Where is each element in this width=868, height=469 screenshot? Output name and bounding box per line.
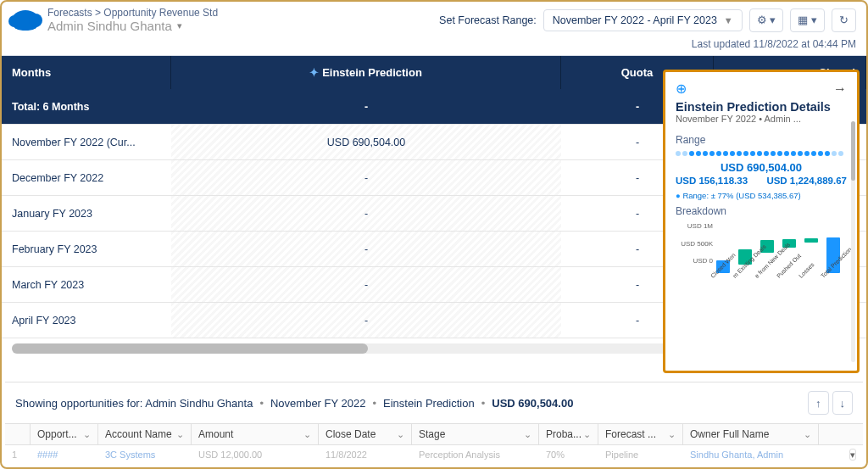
settings-button[interactable]: ⚙ ▾	[749, 8, 784, 32]
month-cell[interactable]: January FY 2023	[2, 196, 171, 232]
month-cell[interactable]: February FY 2023	[2, 232, 171, 267]
forecast-range-select[interactable]: November FY 2022 - April FY 2023 ▼	[543, 9, 743, 31]
owner-name-dropdown[interactable]: Admin Sindhu Ghanta▾	[47, 19, 218, 33]
month-cell[interactable]: December FY 2022	[2, 160, 171, 196]
row-actions-button[interactable]: ▾	[849, 449, 856, 461]
app-icon	[12, 10, 39, 31]
column-header[interactable]: Stage⌄	[412, 423, 539, 445]
einstein-icon: ⊕	[676, 81, 687, 97]
total-label: Total: 6 Months	[2, 89, 171, 125]
column-header[interactable]: Opport...⌄	[31, 423, 98, 445]
range-low: USD 156,118.33	[676, 176, 748, 186]
month-cell[interactable]: March FY 2023	[2, 267, 171, 303]
next-button[interactable]: ↓	[832, 391, 854, 415]
forecast-range-label: Set Forecast Range:	[439, 14, 537, 26]
column-header[interactable]: Proba...⌄	[539, 423, 598, 445]
chevron-down-icon: ▾	[177, 20, 182, 31]
column-header[interactable]: Amount⌄	[192, 423, 319, 445]
range-dot-scale	[676, 151, 847, 156]
prediction-value: USD 690,504.00	[676, 161, 847, 174]
breadcrumb: Forecasts > Opportunity Revenue Std	[47, 7, 218, 19]
refresh-button[interactable]: ↻	[832, 8, 856, 32]
range-high: USD 1,224,889.67	[766, 176, 847, 186]
opportunity-row[interactable]: 1 #### 3C Systems USD 12,000.00 11/8/202…	[5, 446, 863, 464]
opportunity-grid-header: Opport...⌄ Account Name⌄ Amount⌄ Close D…	[5, 423, 863, 445]
month-cell[interactable]: April FY 2023	[2, 303, 171, 338]
total-einstein: -	[171, 89, 561, 125]
range-note: Range: ± 77% (USD 534,385.67)	[676, 191, 847, 200]
month-cell[interactable]: November FY 2022 (Cur...	[2, 125, 171, 160]
column-header[interactable]: Owner Full Name⌄	[683, 423, 819, 445]
range-heading: Range	[676, 134, 847, 146]
column-header-months[interactable]: Months	[2, 56, 171, 89]
column-header[interactable]: Forecast ...⌄	[598, 423, 683, 445]
panel-scrollbar[interactable]	[851, 121, 855, 362]
panel-subtitle: November FY 2022 • Admin ...	[676, 114, 847, 124]
breakdown-heading: Breakdown	[676, 205, 847, 217]
prev-button[interactable]: ↑	[808, 391, 829, 415]
einstein-icon: ✦	[309, 66, 319, 79]
expand-arrow-icon[interactable]: →	[833, 81, 847, 97]
panel-title: Einstein Prediction Details	[676, 100, 847, 114]
column-header-einstein[interactable]: ✦Einstein Prediction	[171, 56, 561, 89]
opportunity-filter-summary: Showing opportunities for: Admin Sindhu …	[5, 382, 863, 423]
last-updated-text: Last updated 11/8/2022 at 04:44 PM	[2, 38, 866, 55]
view-toggle-button[interactable]: ▦ ▾	[790, 8, 825, 32]
row-number-header	[5, 423, 31, 445]
einstein-prediction-panel: ⊕ → Einstein Prediction Details November…	[663, 70, 860, 373]
chevron-down-icon: ▼	[724, 15, 733, 25]
column-header[interactable]: Close Date⌄	[319, 423, 412, 445]
column-header[interactable]: Account Name⌄	[98, 423, 192, 445]
